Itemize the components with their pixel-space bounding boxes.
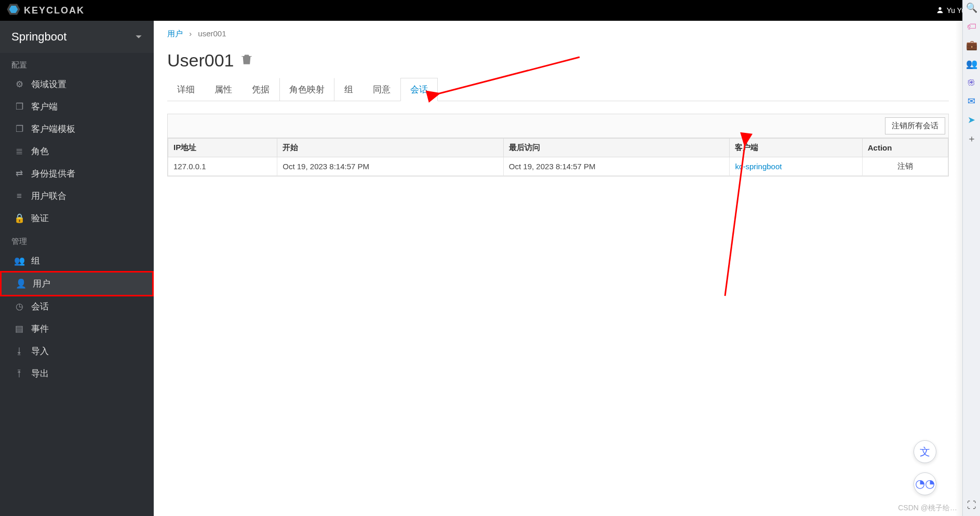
import-icon: ⭳ bbox=[15, 346, 24, 357]
translate-button[interactable]: 文 bbox=[914, 440, 936, 463]
plus-icon[interactable]: ＋ bbox=[966, 133, 977, 144]
sidebar-item-sessions[interactable]: ◷会话 bbox=[0, 295, 154, 318]
outlook-icon[interactable]: ✉ bbox=[966, 96, 977, 107]
breadcrumb-current: user001 bbox=[198, 29, 226, 38]
highlight-box: 👤用户 bbox=[0, 271, 154, 296]
sidebar-item-authentication[interactable]: 🔒验证 bbox=[0, 207, 154, 229]
sidebar-item-client-templates[interactable]: ❐客户端模板 bbox=[0, 118, 154, 140]
database-icon: ≡ bbox=[15, 191, 24, 201]
cell-last: Oct 19, 2023 8:14:57 PM bbox=[503, 157, 730, 176]
sidebar-item-realm-settings[interactable]: ⚙领域设置 bbox=[0, 73, 154, 96]
calendar-icon: ▤ bbox=[15, 323, 24, 334]
cell-start: Oct 19, 2023 8:14:57 PM bbox=[277, 157, 504, 176]
clock-icon: ◷ bbox=[15, 301, 24, 312]
watermark: CSDN @桃子给… bbox=[898, 504, 957, 513]
sidebar-item-users[interactable]: 👤用户 bbox=[2, 273, 152, 295]
sidebar-item-user-federation[interactable]: ≡用户联合 bbox=[0, 185, 154, 207]
delete-user-button[interactable] bbox=[241, 53, 252, 68]
realm-selector[interactable]: Springboot bbox=[0, 21, 154, 53]
tab-attributes[interactable]: 属性 bbox=[205, 78, 242, 101]
th-start: 开始 bbox=[277, 139, 504, 157]
th-last: 最后访问 bbox=[503, 139, 730, 157]
keycloak-logo-icon bbox=[6, 2, 21, 19]
page-title-row: User001 bbox=[167, 50, 949, 71]
logout-session-link: 注销 bbox=[897, 161, 913, 170]
logout-all-sessions-button[interactable]: 注销所有会话 bbox=[885, 117, 945, 134]
user-icon: 👤 bbox=[16, 278, 25, 289]
sidebar-item-identity-providers[interactable]: ⇄身份提供者 bbox=[0, 162, 154, 185]
sessions-table: IP地址 开始 最后访问 客户端 Action 127.0.0.1 Oct 19… bbox=[168, 138, 948, 176]
scroll-shadow bbox=[955, 0, 962, 516]
th-client: 客户端 bbox=[730, 139, 862, 157]
brand-text: KEYCLOAK bbox=[24, 5, 85, 16]
section-manage-label: 管理 bbox=[0, 229, 154, 250]
tab-role-mappings[interactable]: 角色映射 bbox=[279, 78, 334, 101]
user-icon bbox=[936, 6, 944, 15]
tag-icon[interactable]: 🏷 bbox=[966, 21, 977, 32]
client-link[interactable]: kc-springboot bbox=[735, 162, 782, 171]
tab-credentials[interactable]: 凭据 bbox=[242, 78, 279, 101]
svg-point-2 bbox=[938, 7, 941, 9]
sidebar-item-import[interactable]: ⭳导入 bbox=[0, 340, 154, 362]
sidebar-item-export[interactable]: ⭱导出 bbox=[0, 362, 154, 385]
page-title: User001 bbox=[167, 50, 234, 71]
tab-sessions[interactable]: 会话 bbox=[400, 78, 438, 101]
realm-name: Springboot bbox=[11, 30, 66, 44]
exchange-icon: ⇄ bbox=[15, 168, 24, 179]
table-row: 127.0.0.1 Oct 19, 2023 8:14:57 PM Oct 19… bbox=[168, 157, 948, 176]
breadcrumb-users-link[interactable]: 用户 bbox=[167, 29, 183, 38]
tab-groups[interactable]: 组 bbox=[334, 78, 363, 101]
brand-logo: KEYCLOAK bbox=[6, 2, 85, 19]
sidebar-item-events[interactable]: ▤事件 bbox=[0, 318, 154, 340]
section-configure-label: 配置 bbox=[0, 53, 154, 73]
lock-icon: 🔒 bbox=[15, 213, 24, 224]
chevron-down-icon bbox=[135, 30, 142, 44]
sidebar-item-roles[interactable]: ≣角色 bbox=[0, 140, 154, 162]
cubes-icon: ❐ bbox=[15, 124, 24, 134]
people-icon[interactable]: 👥 bbox=[966, 58, 977, 70]
floating-buttons: 文 ◔◔ bbox=[914, 440, 936, 495]
send-icon[interactable]: ➤ bbox=[966, 114, 977, 126]
tab-consents[interactable]: 同意 bbox=[363, 78, 400, 101]
right-toolbar: 🔍 🏷 💼 👥 ֎ ✉ ➤ ＋ ⛶ bbox=[962, 0, 980, 516]
th-ip: IP地址 bbox=[168, 139, 277, 157]
sidebar-item-groups[interactable]: 👥组 bbox=[0, 250, 154, 272]
sliders-icon: ⚙ bbox=[15, 79, 24, 90]
group-icon: 👥 bbox=[15, 255, 24, 266]
tab-details[interactable]: 详细 bbox=[167, 78, 205, 101]
sessions-table-wrap: 注销所有会话 IP地址 开始 最后访问 客户端 Action 127.0.0.1… bbox=[167, 114, 949, 176]
tabs: 详细 属性 凭据 角色映射 组 同意 会话 bbox=[167, 78, 949, 101]
crop-icon[interactable]: ⛶ bbox=[966, 499, 977, 511]
briefcase-icon[interactable]: 💼 bbox=[966, 39, 977, 51]
translate-icon: 文 bbox=[920, 445, 930, 459]
breadcrumb: 用户 › user001 bbox=[167, 29, 949, 39]
search-icon[interactable]: 🔍 bbox=[966, 2, 977, 13]
th-action: Action bbox=[862, 139, 948, 157]
sidebar-item-clients[interactable]: ❒客户端 bbox=[0, 96, 154, 118]
face-icon: ◔◔ bbox=[915, 477, 935, 491]
export-icon: ⭱ bbox=[15, 369, 24, 379]
cell-action[interactable]: 注销 bbox=[862, 157, 948, 176]
list-icon: ≣ bbox=[15, 146, 24, 157]
sidebar: Springboot 配置 ⚙领域设置 ❒客户端 ❐客户端模板 ≣角色 ⇄身份提… bbox=[0, 21, 154, 516]
main-content: 用户 › user001 User001 详细 属性 凭据 角色映射 组 同意 … bbox=[154, 21, 962, 516]
cell-ip: 127.0.0.1 bbox=[168, 157, 277, 176]
app-header: KEYCLOAK Yu Yu bbox=[0, 0, 980, 21]
cube-icon: ❒ bbox=[15, 101, 24, 112]
table-header-row: IP地址 开始 最后访问 客户端 Action bbox=[168, 139, 948, 157]
swirl-icon[interactable]: ֎ bbox=[966, 77, 977, 88]
assistant-button[interactable]: ◔◔ bbox=[914, 472, 936, 495]
table-toolbar: 注销所有会话 bbox=[168, 114, 948, 138]
cell-client: kc-springboot bbox=[730, 157, 862, 176]
breadcrumb-sep: › bbox=[189, 29, 192, 38]
